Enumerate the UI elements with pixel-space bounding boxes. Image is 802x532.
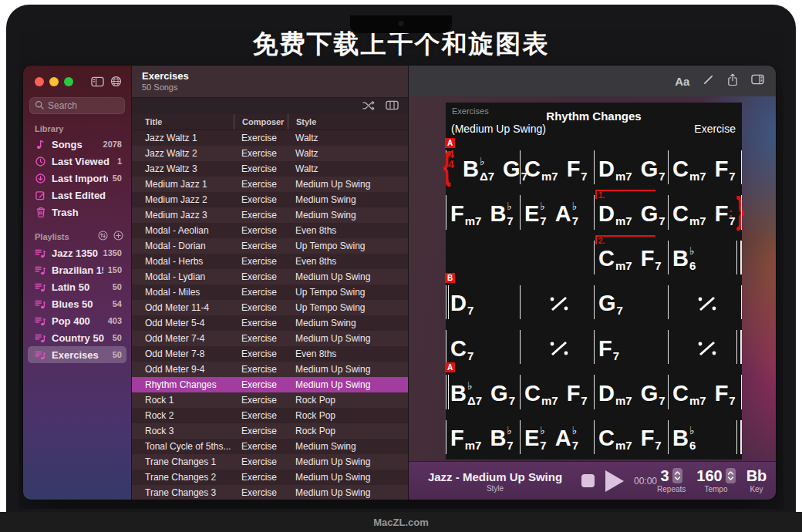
song-composer: Exercise [234, 271, 288, 282]
edit-pencil-icon[interactable] [703, 74, 714, 89]
song-row[interactable]: Jazz Waltz 1ExerciseWaltz [132, 130, 408, 146]
song-rows: Jazz Waltz 1ExerciseWaltzJazz Waltz 2Exe… [132, 130, 408, 500]
song-row[interactable]: Rhythm ChangesExerciseMedium Up Swing [132, 377, 408, 392]
measure: Dm7G7 [594, 150, 668, 187]
song-row[interactable]: Jazz Waltz 3ExerciseWaltz [132, 161, 408, 177]
song-composer: Exercise [234, 318, 288, 328]
play-button[interactable] [605, 470, 624, 492]
song-title: Odd Meter 7-4 [132, 333, 234, 344]
watermark-bar: MacZL.com [0, 512, 802, 532]
song-row[interactable]: Trane Changes 2ExerciseMedium Up Swing [132, 470, 408, 485]
song-title: Medium Jazz 1 [132, 179, 234, 190]
sidebar-item-last-viewed[interactable]: Last Viewed1 [28, 153, 126, 170]
columns-icon[interactable] [386, 99, 399, 113]
song-row[interactable]: Odd Meter 7-8ExerciseEven 8ths [132, 346, 408, 362]
song-title: Jazz Waltz 1 [132, 133, 234, 143]
section-marker: B [445, 273, 455, 283]
song-row[interactable]: Trane Changes 3ExerciseMedium Up Swing [132, 485, 408, 500]
chord: D7 [450, 291, 473, 316]
sidebar-toggle-icon[interactable] [91, 76, 104, 87]
playlist-item-pop-400[interactable]: Pop 400403 [28, 312, 126, 329]
plus-circle-icon[interactable] [113, 231, 123, 242]
song-row[interactable]: Medium Jazz 1ExerciseMedium Up Swing [132, 177, 408, 192]
song-row[interactable]: Medium Jazz 3ExerciseMedium Swing [132, 207, 408, 223]
song-style: Medium Swing [288, 210, 408, 221]
measure [520, 330, 594, 367]
playlist-item-blues-50[interactable]: Blues 5054 [28, 295, 126, 312]
chord: Fm7 [450, 201, 481, 227]
song-row[interactable]: Modal - DorianExerciseUp Tempo Swing [132, 238, 408, 254]
playlist-item-exercises[interactable]: Exercises50 [28, 346, 126, 363]
song-row[interactable]: Modal - AeolianExerciseEven 8ths [132, 223, 408, 238]
zoom-button[interactable] [64, 77, 73, 86]
tempo-stepper[interactable] [726, 468, 736, 483]
playlist-item-brazilian-150[interactable]: Brazilian 150150 [28, 261, 126, 278]
song-title: Trane Changes 3 [132, 487, 234, 498]
playlist-item-latin-50[interactable]: Latin 5050 [28, 278, 126, 295]
chart-header: Exercises Rhythm Changes (Medium Up Swin… [446, 103, 742, 143]
song-row[interactable]: Modal - HerbsExerciseEven 8ths [132, 254, 408, 269]
song-composer: Exercise [234, 395, 288, 406]
song-title: Medium Jazz 3 [132, 210, 234, 221]
chart-row: AB♭Δ7G7Cm7F7Dm7G7Cm7F7 [446, 367, 742, 412]
playlist-icon [34, 350, 47, 360]
song-list-panel: Exercises 50 Songs Title Composer Style … [131, 66, 409, 500]
song-row[interactable]: Trane Changes 1ExerciseMedium Up Swing [132, 454, 408, 470]
sidebar-item-trash[interactable]: Trash [28, 204, 126, 221]
song-row[interactable]: Odd Meter 11-4ExerciseUp Tempo Swing [132, 300, 408, 315]
song-title: Rock 2 [132, 410, 234, 421]
chord: Dm7 [598, 381, 632, 406]
panel-right-icon[interactable] [751, 74, 764, 88]
song-title: Rock 3 [132, 426, 234, 436]
song-title: Modal - Aeolian [132, 225, 234, 236]
player-style-selector[interactable]: Jazz - Medium Up Swing Style [420, 470, 571, 493]
measure: B♭6 [668, 241, 742, 278]
tempo-value: 160 [696, 468, 722, 483]
column-header-title[interactable]: Title [132, 114, 234, 130]
song-style: Medium Swing [288, 194, 408, 205]
library-items: Songs2078Last Viewed1Last Imported50Last… [23, 136, 131, 221]
playlist-item-jazz-1350[interactable]: Jazz 13501350 [28, 244, 126, 261]
playlists-section-label: Playlists [35, 231, 131, 242]
stop-button[interactable] [581, 474, 595, 487]
playlist-item-country-50[interactable]: Country 5050 [28, 329, 126, 346]
sidebar-item-songs[interactable]: Songs2078 [28, 136, 126, 153]
song-row[interactable]: Rock 2ExerciseRock Pop [132, 408, 408, 423]
search-input[interactable]: Search [29, 97, 125, 114]
song-row[interactable]: Rock 1ExerciseRock Pop [132, 392, 408, 408]
measure: G7 [594, 285, 668, 322]
repeats-stepper[interactable] [672, 468, 682, 483]
close-button[interactable] [35, 77, 44, 86]
song-row[interactable]: Odd Meter 5-4ExerciseMedium Swing [132, 315, 408, 331]
measure: D7 [446, 285, 520, 322]
shuffle-icon[interactable] [362, 99, 376, 113]
song-row[interactable]: Odd Meter 9-4ExerciseMedium Up Swing [132, 362, 408, 377]
song-row[interactable]: Jazz Waltz 2ExerciseWaltz [132, 146, 408, 161]
chart-panel: Aa Exercises Rhythm Changes (Medium Up S… [409, 66, 776, 500]
song-composer: Exercise [234, 364, 288, 375]
column-header-style[interactable]: Style [288, 114, 408, 130]
repeats-label: Repeats [657, 485, 686, 493]
song-row[interactable]: Rock 3ExerciseRock Pop [132, 423, 408, 439]
song-row[interactable]: Modal - MilesExerciseUp Tempo Swing [132, 285, 408, 300]
globe-icon[interactable] [110, 76, 122, 87]
column-header-composer[interactable]: Composer [234, 114, 288, 130]
repeats-control: 3 Repeats [657, 468, 686, 493]
sort-circle-icon[interactable] [98, 231, 108, 242]
song-row[interactable]: Medium Jazz 2ExerciseMedium Swing [132, 192, 408, 207]
key-control[interactable]: Bb Key [746, 468, 767, 493]
song-style: Waltz [288, 148, 408, 159]
sidebar-item-last-edited[interactable]: Last Edited [28, 187, 126, 204]
chord: G7 [641, 381, 666, 406]
minimize-button[interactable] [49, 77, 59, 86]
song-row[interactable]: Modal - LydianExerciseMedium Up Swing [132, 269, 408, 285]
song-row[interactable]: Tonal Cycle of 5ths...ExerciseMedium Swi… [132, 439, 408, 454]
measure: Fm7B♭7 [446, 195, 520, 232]
song-composer: Exercise [234, 487, 288, 498]
measure [668, 285, 742, 322]
song-composer: Exercise [234, 256, 288, 267]
text-size-button[interactable]: Aa [675, 75, 689, 88]
share-icon[interactable] [727, 73, 738, 89]
song-row[interactable]: Odd Meter 7-4ExerciseMedium Up Swing [132, 331, 408, 346]
sidebar-item-last-imported[interactable]: Last Imported50 [28, 170, 126, 187]
